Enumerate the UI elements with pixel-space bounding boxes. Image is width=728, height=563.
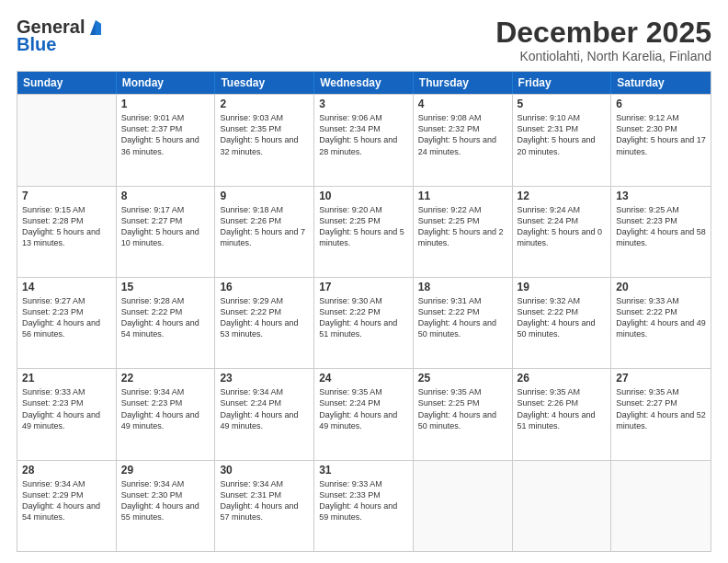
cal-cell-0-5: 5Sunrise: 9:10 AM Sunset: 2:31 PM Daylig…: [513, 95, 612, 185]
cell-info: Sunrise: 9:34 AM Sunset: 2:31 PM Dayligh…: [220, 478, 309, 523]
cell-info: Sunrise: 9:24 AM Sunset: 2:24 PM Dayligh…: [518, 204, 607, 249]
cell-info: Sunrise: 9:20 AM Sunset: 2:25 PM Dayligh…: [319, 204, 408, 249]
cal-cell-4-2: 30Sunrise: 9:34 AM Sunset: 2:31 PM Dayli…: [215, 461, 314, 551]
cell-info: Sunrise: 9:29 AM Sunset: 2:22 PM Dayligh…: [220, 295, 309, 340]
header-wednesday: Wednesday: [314, 72, 414, 94]
day-number: 19: [518, 281, 607, 293]
cal-cell-1-2: 9Sunrise: 9:18 AM Sunset: 2:26 PM Daylig…: [215, 187, 314, 277]
cal-row-0: 1Sunrise: 9:01 AM Sunset: 2:37 PM Daylig…: [17, 94, 711, 185]
cell-info: Sunrise: 9:03 AM Sunset: 2:35 PM Dayligh…: [220, 112, 309, 157]
cal-cell-2-3: 17Sunrise: 9:30 AM Sunset: 2:22 PM Dayli…: [314, 278, 414, 368]
cal-cell-2-4: 18Sunrise: 9:31 AM Sunset: 2:22 PM Dayli…: [414, 278, 513, 368]
day-number: 10: [319, 190, 408, 202]
cell-info: Sunrise: 9:33 AM Sunset: 2:33 PM Dayligh…: [319, 478, 408, 523]
day-number: 8: [121, 190, 210, 202]
day-number: 30: [220, 464, 309, 477]
day-number: 18: [418, 281, 507, 293]
day-number: 24: [319, 372, 408, 385]
day-number: 7: [22, 190, 111, 202]
cal-cell-4-5: [513, 461, 612, 551]
cell-info: Sunrise: 9:10 AM Sunset: 2:31 PM Dayligh…: [518, 112, 607, 157]
header-sunday: Sunday: [17, 72, 117, 94]
cal-cell-3-0: 21Sunrise: 9:33 AM Sunset: 2:23 PM Dayli…: [17, 369, 117, 459]
cell-info: Sunrise: 9:34 AM Sunset: 2:24 PM Dayligh…: [220, 386, 309, 431]
cal-cell-0-4: 4Sunrise: 9:08 AM Sunset: 2:32 PM Daylig…: [414, 95, 513, 185]
cal-cell-0-6: 6Sunrise: 9:12 AM Sunset: 2:30 PM Daylig…: [611, 95, 711, 185]
logo: General Blue: [17, 17, 105, 55]
cal-cell-3-2: 23Sunrise: 9:34 AM Sunset: 2:24 PM Dayli…: [215, 369, 314, 459]
day-number: 28: [22, 464, 111, 477]
day-number: 31: [319, 464, 408, 477]
cal-row-4: 28Sunrise: 9:34 AM Sunset: 2:29 PM Dayli…: [17, 460, 711, 551]
cal-cell-2-0: 14Sunrise: 9:27 AM Sunset: 2:23 PM Dayli…: [17, 278, 117, 368]
cell-info: Sunrise: 9:06 AM Sunset: 2:34 PM Dayligh…: [319, 112, 408, 157]
day-number: 22: [121, 372, 210, 385]
day-number: 11: [418, 190, 507, 202]
day-number: 15: [121, 281, 210, 293]
header-saturday: Saturday: [611, 72, 711, 94]
cell-info: Sunrise: 9:32 AM Sunset: 2:22 PM Dayligh…: [518, 295, 607, 340]
cell-info: Sunrise: 9:08 AM Sunset: 2:32 PM Dayligh…: [418, 112, 507, 157]
logo-blue: Blue: [17, 34, 56, 55]
cell-info: Sunrise: 9:34 AM Sunset: 2:30 PM Dayligh…: [121, 478, 210, 523]
cell-info: Sunrise: 9:33 AM Sunset: 2:22 PM Dayligh…: [616, 295, 706, 340]
day-number: 27: [616, 372, 706, 385]
cal-cell-2-6: 20Sunrise: 9:33 AM Sunset: 2:22 PM Dayli…: [611, 278, 711, 368]
cell-info: Sunrise: 9:28 AM Sunset: 2:22 PM Dayligh…: [121, 295, 210, 340]
location: Kontiolahti, North Karelia, Finland: [495, 49, 711, 63]
day-number: 12: [518, 190, 607, 202]
calendar: Sunday Monday Tuesday Wednesday Thursday…: [17, 71, 711, 552]
cell-info: Sunrise: 9:01 AM Sunset: 2:37 PM Dayligh…: [121, 112, 210, 157]
cal-cell-3-3: 24Sunrise: 9:35 AM Sunset: 2:24 PM Dayli…: [314, 369, 414, 459]
day-number: 17: [319, 281, 408, 293]
day-number: 21: [22, 372, 111, 385]
cal-cell-1-3: 10Sunrise: 9:20 AM Sunset: 2:25 PM Dayli…: [314, 187, 414, 277]
cal-cell-1-5: 12Sunrise: 9:24 AM Sunset: 2:24 PM Dayli…: [513, 187, 612, 277]
day-number: 6: [616, 98, 706, 110]
logo-icon: [86, 18, 105, 37]
cal-cell-4-1: 29Sunrise: 9:34 AM Sunset: 2:30 PM Dayli…: [117, 461, 216, 551]
cal-cell-0-1: 1Sunrise: 9:01 AM Sunset: 2:37 PM Daylig…: [117, 95, 216, 185]
cal-cell-2-2: 16Sunrise: 9:29 AM Sunset: 2:22 PM Dayli…: [215, 278, 314, 368]
day-number: 1: [121, 98, 210, 110]
day-number: 29: [121, 464, 210, 477]
cell-info: Sunrise: 9:33 AM Sunset: 2:23 PM Dayligh…: [22, 386, 111, 431]
cell-info: Sunrise: 9:34 AM Sunset: 2:29 PM Dayligh…: [22, 478, 111, 523]
month-title: December 2025: [495, 17, 711, 49]
cell-info: Sunrise: 9:35 AM Sunset: 2:24 PM Dayligh…: [319, 386, 408, 431]
cal-row-3: 21Sunrise: 9:33 AM Sunset: 2:23 PM Dayli…: [17, 368, 711, 459]
day-number: 16: [220, 281, 309, 293]
day-number: 9: [220, 190, 309, 202]
header-thursday: Thursday: [414, 72, 513, 94]
cell-info: Sunrise: 9:17 AM Sunset: 2:27 PM Dayligh…: [121, 204, 210, 249]
calendar-body: 1Sunrise: 9:01 AM Sunset: 2:37 PM Daylig…: [17, 94, 711, 551]
svg-marker-1: [96, 20, 101, 35]
cell-info: Sunrise: 9:35 AM Sunset: 2:25 PM Dayligh…: [418, 386, 507, 431]
day-number: 2: [220, 98, 309, 110]
day-number: 23: [220, 372, 309, 385]
cal-cell-4-4: [414, 461, 513, 551]
cell-info: Sunrise: 9:18 AM Sunset: 2:26 PM Dayligh…: [220, 204, 309, 249]
day-number: 3: [319, 98, 408, 110]
cell-info: Sunrise: 9:31 AM Sunset: 2:22 PM Dayligh…: [418, 295, 507, 340]
cal-cell-0-2: 2Sunrise: 9:03 AM Sunset: 2:35 PM Daylig…: [215, 95, 314, 185]
header-friday: Friday: [513, 72, 612, 94]
title-block: December 2025 Kontiolahti, North Karelia…: [495, 17, 711, 63]
cal-cell-1-4: 11Sunrise: 9:22 AM Sunset: 2:25 PM Dayli…: [414, 187, 513, 277]
cell-info: Sunrise: 9:35 AM Sunset: 2:26 PM Dayligh…: [518, 386, 607, 431]
cal-cell-3-1: 22Sunrise: 9:34 AM Sunset: 2:23 PM Dayli…: [117, 369, 216, 459]
cal-cell-3-4: 25Sunrise: 9:35 AM Sunset: 2:25 PM Dayli…: [414, 369, 513, 459]
day-number: 4: [418, 98, 507, 110]
day-number: 13: [616, 190, 706, 202]
header-tuesday: Tuesday: [215, 72, 314, 94]
cal-cell-2-5: 19Sunrise: 9:32 AM Sunset: 2:22 PM Dayli…: [513, 278, 612, 368]
cal-cell-1-0: 7Sunrise: 9:15 AM Sunset: 2:28 PM Daylig…: [17, 187, 117, 277]
day-number: 25: [418, 372, 507, 385]
cell-info: Sunrise: 9:25 AM Sunset: 2:23 PM Dayligh…: [616, 204, 706, 249]
header-monday: Monday: [117, 72, 216, 94]
cell-info: Sunrise: 9:35 AM Sunset: 2:27 PM Dayligh…: [616, 386, 706, 431]
cell-info: Sunrise: 9:34 AM Sunset: 2:23 PM Dayligh…: [121, 386, 210, 431]
cal-cell-4-3: 31Sunrise: 9:33 AM Sunset: 2:33 PM Dayli…: [314, 461, 414, 551]
cal-cell-1-1: 8Sunrise: 9:17 AM Sunset: 2:27 PM Daylig…: [117, 187, 216, 277]
cell-info: Sunrise: 9:27 AM Sunset: 2:23 PM Dayligh…: [22, 295, 111, 340]
